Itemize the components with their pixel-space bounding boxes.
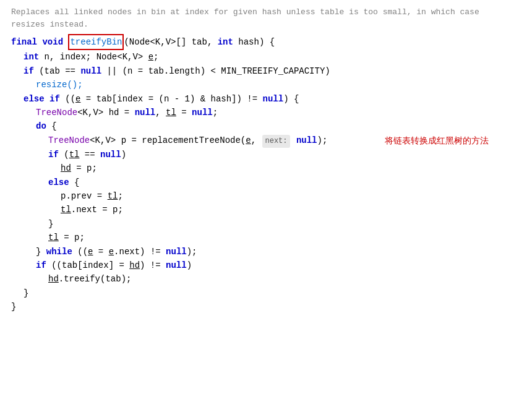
code-line-vars: int n, index; Node<K,V> e;	[6, 50, 526, 64]
if-tab-text: ((tab[index] =	[46, 259, 129, 272]
var-e: e	[148, 50, 153, 64]
code-line-do: do {	[6, 119, 526, 133]
var-tl5: tl	[48, 231, 59, 244]
keyword-int: int	[218, 35, 233, 49]
code-line-pprev: p.prev = tl;	[6, 189, 526, 203]
while-eq: =	[93, 245, 108, 259]
keyword-final: final	[11, 35, 42, 49]
comment-line1: Replaces all linked nodes in bin at inde…	[11, 7, 479, 17]
var-hd2: hd	[129, 259, 140, 272]
keyword-null4: null	[192, 106, 213, 119]
if-tab-rest: ) !=	[140, 259, 166, 272]
while-text: ((	[72, 245, 88, 259]
type-treenode2: TreeNode	[48, 134, 90, 147]
while-semi: );	[187, 245, 197, 259]
if-tl-text: (	[59, 148, 69, 161]
if1-text: (tab ==	[34, 64, 81, 78]
keyword-while: while	[46, 245, 72, 259]
close-else-brace: }	[48, 217, 53, 231]
if1-rest: || (n = tab.length) < MIN_TREEIFY_CAPACI…	[101, 64, 330, 78]
code-line-close-elseif: }	[6, 286, 526, 300]
code-line-else: else {	[6, 176, 526, 189]
p-comma: ,	[251, 134, 262, 147]
code-line-while: } while ((e = e.next) != null);	[6, 245, 526, 259]
close-method-brace: }	[11, 300, 16, 314]
elseif-rest: = tab[index = (n - 1) & hash]) !=	[80, 92, 262, 106]
code-line-close-else: }	[6, 217, 526, 231]
keyword-if2: if	[49, 92, 60, 106]
semicolon: ;	[153, 50, 158, 64]
var-tl4: tl	[61, 203, 71, 216]
code-container: Replaces all linked nodes in bin at inde…	[0, 6, 532, 314]
code-line-tlnext: tl.next = p;	[6, 203, 526, 216]
var-tl3: tl	[108, 189, 118, 203]
method-resize: resize();	[36, 78, 83, 92]
p-end: );	[317, 134, 328, 147]
semi2: ;	[213, 106, 218, 119]
elseif-brace: ) {	[283, 92, 299, 106]
p-space	[291, 134, 296, 147]
comment-line2: resizes instead.	[11, 20, 88, 29]
code-line-if-tl: if (tl == null)	[6, 148, 526, 161]
var-e5: e	[109, 245, 114, 259]
do-brace: {	[46, 119, 57, 133]
code-line-hd-eq-p: hd = p;	[6, 161, 526, 175]
comma: ,	[155, 106, 166, 119]
keyword-null7: null	[166, 245, 187, 259]
p-text1: <K,V> p = replacementTreeNode(	[90, 134, 246, 147]
close-elseif-brace: }	[24, 286, 28, 300]
code-line-treenode-p: TreeNode<K,V> p = replacementTreeNode(e,…	[6, 134, 526, 148]
sig-params-start: (Node<K,V>[] tab,	[124, 35, 217, 49]
equals: =	[176, 106, 192, 119]
keyword-else2: else	[48, 176, 69, 189]
if-tl-paren: )	[121, 148, 126, 161]
keyword-if: if	[24, 64, 34, 78]
code-line-sig: final void treeifyBin(Node<K,V>[] tab, i…	[6, 34, 526, 50]
keyword-do: do	[36, 119, 46, 133]
method-name-highlight: treeifyBin	[68, 34, 124, 50]
tl-eq-p: = p;	[59, 231, 85, 244]
hd-eq: = p;	[71, 161, 97, 175]
tlnext-text: .next = p;	[71, 203, 123, 216]
code-line-treenode-hdtl: TreeNode<K,V> hd = null, tl = null;	[6, 106, 526, 119]
keyword-if4: if	[36, 259, 46, 272]
var-hd: hd	[61, 161, 71, 175]
var-e3: e	[246, 134, 251, 147]
keyword-null5: null	[296, 134, 317, 147]
keyword-null6: null	[100, 148, 121, 161]
comment-block: Replaces all linked nodes in bin at inde…	[6, 6, 526, 30]
close-do: }	[36, 245, 46, 259]
var-e4: e	[88, 245, 93, 259]
method-name: treeifyBin	[70, 37, 122, 47]
code-line-if1: if (tab == null || (n = tab.length) < MI…	[6, 64, 526, 78]
code-line-close-method: }	[6, 300, 526, 314]
pprev-text: p.prev =	[61, 189, 108, 203]
vars-text: n, index; Node<K,V>	[39, 50, 148, 64]
var-tl: tl	[166, 106, 176, 119]
if-tab-paren: )	[187, 259, 192, 272]
chinese-annotation: 将链表转换成红黑树的方法	[385, 134, 489, 147]
treeify-text: .treeify(tab);	[59, 272, 132, 286]
space1	[45, 92, 49, 106]
code-line-if-tab: if ((tab[index] = hd) != null)	[6, 259, 526, 272]
else-brace: {	[69, 176, 80, 189]
keyword-if3: if	[48, 148, 59, 161]
var-hd3: hd	[48, 272, 59, 286]
keyword-void: void	[42, 35, 68, 49]
code-line-resize: resize();	[6, 78, 526, 92]
sig-params-end: hash) {	[233, 35, 275, 49]
keyword-int2: int	[24, 50, 39, 64]
elseif-text: ((	[60, 92, 75, 106]
code-line-elseif: else if ((e = tab[index = (n - 1) & hash…	[6, 92, 526, 106]
while-rest: .next) !=	[114, 245, 166, 259]
type-treenode1: TreeNode	[36, 106, 77, 119]
keyword-null8: null	[166, 259, 187, 272]
keyword-else: else	[24, 92, 45, 106]
var-e2: e	[75, 92, 80, 106]
code-line-tl-eq-p: tl = p;	[6, 231, 526, 244]
hdtl-text: <K,V> hd =	[77, 106, 134, 119]
keyword-null1: null	[80, 64, 101, 78]
inline-hint-next: next:	[262, 135, 290, 148]
keyword-null3: null	[135, 106, 156, 119]
if-tl-rest: ==	[79, 148, 100, 161]
